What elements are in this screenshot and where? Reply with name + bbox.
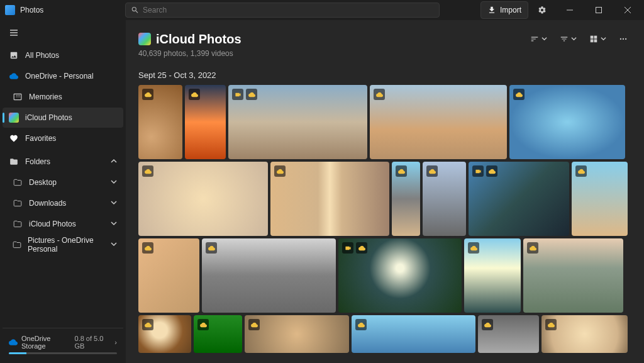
settings-button[interactable] [530, 1, 555, 19]
video-badge-icon [342, 242, 353, 254]
photo-thumbnail[interactable] [194, 315, 242, 353]
cloud-badge-icon [396, 165, 407, 177]
folder-icon [9, 157, 19, 167]
import-button[interactable]: Import [480, 1, 528, 19]
photo-thumbnail[interactable] [541, 315, 628, 353]
cloud-badge-icon [189, 89, 200, 100]
memories-icon [13, 92, 23, 102]
folder-icon [13, 198, 23, 208]
cloud-badge-icon [142, 89, 153, 100]
sidebar-item-label: iCloud Photos [29, 220, 76, 228]
sidebar-item-icloud[interactable]: iCloud Photos [3, 108, 123, 128]
photo-thumbnail[interactable] [572, 162, 628, 236]
chevron-right-icon[interactable]: › [114, 338, 117, 346]
date-range-label: Sept 25 - Oct 3, 2022 [138, 70, 631, 80]
photo-thumbnail[interactable] [338, 238, 462, 313]
search-icon [131, 6, 139, 14]
sidebar-item-folders[interactable]: Folders [3, 152, 123, 172]
sidebar-item-all-photos[interactable]: All Photos [3, 45, 123, 65]
photo-thumbnail[interactable] [523, 238, 623, 313]
page-icon-icloud [138, 33, 151, 45]
sidebar-item-onedrive[interactable]: OneDrive - Personal [3, 66, 123, 86]
storage-bar-fill [9, 352, 26, 354]
sidebar-item-label: All Photos [25, 51, 59, 60]
cloud-badge-icon [513, 89, 525, 100]
cloud-badge-icon [468, 242, 479, 254]
cloud-badge-icon [142, 242, 153, 254]
main-content: iCloud Photos 40,639 photos, [126, 20, 644, 363]
cloud-badge-icon [482, 319, 493, 330]
sidebar-item-folder-icloud[interactable]: iCloud Photos [3, 214, 123, 234]
window-minimize-button[interactable] [556, 1, 584, 19]
svg-point-8 [623, 38, 624, 40]
sidebar-item-favorites[interactable]: Favorites [3, 128, 123, 148]
hamburger-button[interactable] [3, 23, 25, 43]
minimize-icon [567, 7, 573, 13]
sidebar: All Photos OneDrive - Personal Memories … [0, 20, 126, 363]
photo-thumbnail[interactable] [245, 315, 349, 353]
cloud-badge-icon [545, 319, 557, 330]
photo-thumbnail[interactable] [370, 85, 507, 159]
sidebar-item-folder-downloads[interactable]: Downloads [3, 193, 123, 213]
chevron-down-icon [111, 240, 117, 249]
chevron-down-icon [571, 35, 577, 43]
chevron-up-icon [111, 157, 117, 166]
storage-bar [9, 352, 117, 354]
sidebar-item-memories[interactable]: Memories [3, 87, 123, 107]
photo-thumbnail[interactable] [423, 162, 466, 236]
photo-thumbnail[interactable] [138, 238, 199, 313]
app-icon [5, 5, 15, 15]
photo-thumbnail[interactable] [185, 85, 226, 159]
sort-button[interactable] [526, 30, 551, 48]
sidebar-item-folder-desktop[interactable]: Desktop [3, 172, 123, 193]
video-badge-icon [232, 89, 243, 100]
cloud-badge-icon [527, 242, 538, 254]
sidebar-item-label: Downloads [29, 199, 66, 208]
photo-thumbnail[interactable] [509, 85, 625, 159]
filter-button[interactable] [556, 30, 580, 48]
chevron-down-icon [111, 199, 117, 208]
photo-thumbnail[interactable] [228, 85, 367, 159]
photo-thumbnail[interactable] [270, 162, 389, 236]
cloud-badge-icon [426, 165, 438, 177]
import-icon [487, 6, 496, 14]
cloud-badge-icon [274, 165, 286, 177]
window-close-button[interactable] [614, 1, 641, 19]
cloud-badge-icon [142, 165, 153, 177]
sidebar-item-label: Pictures - OneDrive Personal [28, 236, 111, 254]
search-box[interactable] [125, 3, 440, 18]
search-input[interactable] [143, 6, 434, 14]
folder-icon [13, 177, 23, 187]
cloud-badge-icon [355, 319, 367, 330]
onedrive-icon [9, 338, 18, 347]
chevron-down-icon [111, 178, 117, 187]
photo-thumbnail[interactable] [138, 162, 268, 236]
svg-point-9 [625, 38, 626, 40]
folder-icon [13, 240, 21, 250]
sidebar-item-label: Favorites [25, 134, 56, 143]
hamburger-icon [9, 28, 19, 38]
svg-rect-1 [596, 8, 602, 13]
sidebar-item-label: Memories [29, 92, 62, 101]
sidebar-item-label: Folders [25, 157, 50, 166]
sidebar-item-folder-pictures-onedrive[interactable]: Pictures - OneDrive Personal [3, 235, 123, 255]
cloud-badge-icon [356, 242, 367, 254]
photo-thumbnail[interactable] [352, 315, 475, 353]
photo-thumbnail[interactable] [392, 162, 420, 236]
photo-thumbnail[interactable] [138, 315, 191, 353]
maximize-icon [596, 7, 602, 13]
sidebar-item-label: iCloud Photos [25, 113, 72, 122]
storage-used-label: 0.8 of 5.0 GB [75, 335, 111, 350]
photo-thumbnail[interactable] [138, 85, 182, 159]
more-button[interactable] [615, 30, 631, 48]
view-button[interactable] [586, 30, 610, 48]
photo-thumbnail[interactable] [202, 238, 336, 313]
photo-thumbnail[interactable] [469, 162, 569, 236]
photo-thumbnail[interactable] [478, 315, 539, 353]
window-maximize-button[interactable] [585, 1, 613, 19]
photo-thumbnail[interactable] [464, 238, 521, 313]
cloud-badge-icon [142, 319, 153, 330]
photos-icon [9, 50, 19, 60]
svg-point-7 [620, 38, 621, 40]
cloud-badge-icon [246, 89, 257, 100]
